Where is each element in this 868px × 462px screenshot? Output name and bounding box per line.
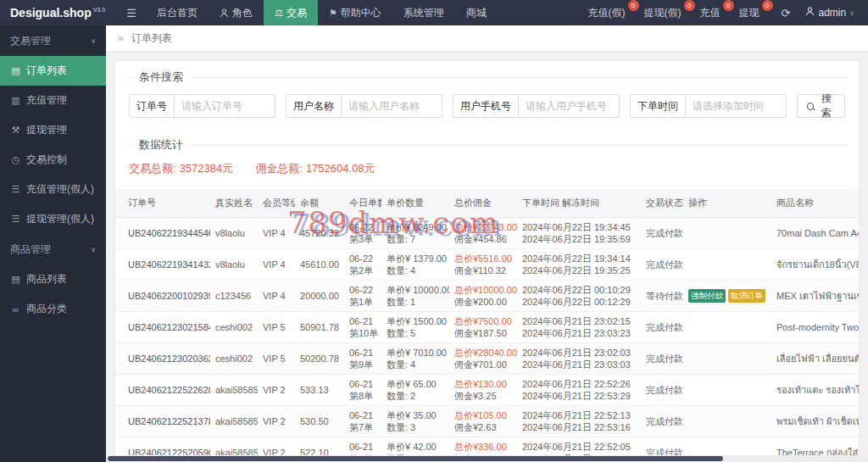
search-button[interactable]: 搜索 <box>797 94 845 118</box>
sidebar-item-goods-list[interactable]: ▤ 商品列表 <box>0 264 106 294</box>
cell-balance: 533.13 <box>295 375 344 406</box>
sidebar: 交易管理 ∨ ▤ 订单列表 ▥ 充值管理 ⚒ 提现管理 ◷ 交易控制 ☰ 充值管… <box>0 25 106 462</box>
cell-vip-level: VIP 2 <box>258 375 295 406</box>
search-row: 订单号 用户名称 用户手机号 下单时间 搜索 <box>127 85 847 129</box>
sidebar-item-goods-category[interactable]: ∞ 商品分类 <box>0 294 106 324</box>
control-icon: ◷ <box>10 154 21 165</box>
cell-actions <box>683 249 771 281</box>
order-list-card: 条件搜索 订单号 用户名称 用户手机号 下单时间 <box>114 60 860 461</box>
total-commission-stat: 佣金总额:1752604.08元 <box>255 161 375 176</box>
cell-unit-qty: 单价¥ 3249.00数量: 7 <box>381 218 449 249</box>
nav-item-roles[interactable]: 角色 <box>209 0 264 25</box>
nav-item-help-center[interactable]: ⚑ 帮助中心 <box>318 0 392 25</box>
cell-order-id: UB2406212252137898 <box>115 406 210 437</box>
sidebar-item-order-list[interactable]: ▤ 订单列表 <box>0 56 106 86</box>
hamburger-icon[interactable]: ☰ <box>117 7 146 19</box>
cell-order-id: UB2406212302158445 <box>115 312 210 343</box>
cell-status: 完成付款 <box>641 249 683 281</box>
chevron-down-icon: ∨ <box>849 9 854 17</box>
order-time-group: 下单时间 <box>630 94 787 118</box>
sidebar-item-withdraw[interactable]: ⚒ 提现管理 <box>0 115 106 145</box>
table-row: UB2406221934454633v8laoluVIP 445720.3206… <box>115 218 859 249</box>
cell-total-commission: 总价¥5516.00佣金¥110.32 <box>449 249 517 281</box>
cell-unit-qty: 单价¥ 1379.00数量: 4 <box>381 249 449 281</box>
nav-item-dashboard[interactable]: 后台首页 <box>146 0 209 25</box>
link-icon: ∞ <box>10 304 21 314</box>
nav-item-system[interactable]: 系统管理 <box>392 0 455 25</box>
sidebar-item-recharge-fake[interactable]: ☰ 充值管理(假人) <box>0 175 106 204</box>
sidebar-item-withdraw-fake[interactable]: ☰ 提现管理(假人) <box>0 204 106 234</box>
cell-real-name: c123456 <box>210 281 258 312</box>
cell-real-name: v8laolu <box>210 218 258 249</box>
sidebar-group-trade[interactable]: 交易管理 ∨ <box>0 25 106 56</box>
quick-recharge-fake[interactable]: 充值(假)0 <box>581 0 637 25</box>
app-version: V3.0 <box>93 7 105 13</box>
sidebar-item-recharge[interactable]: ▥ 充值管理 <box>0 86 106 115</box>
column-header: 商品名称 <box>771 189 859 218</box>
cell-real-name: akai585858 <box>210 375 258 406</box>
phone-input[interactable] <box>519 95 619 117</box>
scales-icon: ⚖ <box>275 0 283 25</box>
cell-unit-qty: 单价¥ 1500.00数量: 5 <box>381 312 449 343</box>
scrollbar-thumb[interactable] <box>108 456 723 461</box>
quick-recharge[interactable]: 充值0 <box>693 0 732 25</box>
chevron-down-icon: ∨ <box>91 246 96 253</box>
sidebar-item-trade-control[interactable]: ◷ 交易控制 <box>0 145 106 175</box>
topbar-right: 充值(假)0 提现(假)0 充值0 提现0 ⟳ admin ∨ <box>581 0 868 25</box>
cell-total-commission: 总价¥10000.00佣金¥200.00 <box>449 281 517 312</box>
cancel-order-button[interactable]: 取消订单 <box>728 289 765 303</box>
cell-actions <box>683 343 771 375</box>
cell-today-orders: 06-21第10单 <box>344 312 381 343</box>
cell-vip-level: VIP 5 <box>258 343 295 375</box>
orders-table-wrap: 订单号真实姓名会员等级余额今日单数单价数量总价佣金下单时间 解冻时间交易状态操作… <box>115 189 859 461</box>
badge-withdraw: 0 <box>762 0 773 11</box>
cell-balance: 530.50 <box>295 406 344 437</box>
refresh-icon[interactable]: ⟳ <box>771 7 801 19</box>
sidebar-group-goods[interactable]: 商品管理 ∨ <box>0 234 106 264</box>
cell-status: 等待付款 <box>641 281 683 312</box>
cell-balance: 45610.00 <box>295 249 344 281</box>
horizontal-scrollbar[interactable] <box>106 455 868 462</box>
cell-real-name: akai585858 <box>210 406 258 437</box>
cell-status: 完成付款 <box>641 406 683 437</box>
cell-times: 2024年06月21日 23:02:032024年06月21日 23:03:03 <box>517 343 641 375</box>
cell-times: 2024年06月21日 22:52:132024年06月21日 22:53:16 <box>517 406 641 437</box>
username-input[interactable] <box>342 95 442 117</box>
cell-product-name: เลื่อยไฟฟ้า เลื่อยยนต์ เครื่องเลื่อยยนต์… <box>771 343 859 375</box>
cell-unit-qty: 单价¥ 35.00数量: 3 <box>381 406 449 437</box>
person-icon <box>220 8 229 18</box>
username-label: 用户名称 <box>287 95 342 117</box>
admin-menu[interactable]: admin ∨ <box>800 7 860 19</box>
phone-group: 用户手机号 <box>453 94 620 118</box>
cell-real-name: ceshi002 <box>210 312 258 343</box>
order-no-input[interactable] <box>175 95 275 117</box>
cell-real-name: v8laolu <box>210 249 258 281</box>
cell-actions <box>683 375 771 406</box>
table-row: UB2406212302036210ceshi002VIP 550200.780… <box>115 343 859 375</box>
cell-status: 完成付款 <box>641 312 683 343</box>
quick-withdraw-fake[interactable]: 提现(假)0 <box>637 0 693 25</box>
cell-vip-level: VIP 2 <box>258 406 295 437</box>
table-row: UB2406212252262859akai585858VIP 2533.130… <box>115 375 859 406</box>
cell-order-id: UB2406221934143236 <box>115 249 210 281</box>
nav-item-trade[interactable]: ⚖ 交易 <box>264 0 318 25</box>
force-pay-button[interactable]: 强制付款 <box>688 289 726 303</box>
nav-item-mall[interactable]: 商城 <box>455 0 498 25</box>
cell-today-orders: 06-22第2单 <box>344 249 381 281</box>
cell-unit-qty: 单价¥ 10000.00数量: 1 <box>381 281 449 312</box>
flag-icon: ⚑ <box>329 0 337 25</box>
order-time-input[interactable] <box>686 95 786 117</box>
cell-status: 完成付款 <box>641 218 683 249</box>
cell-times: 2024年06月21日 23:02:152024年06月21日 23:03:23 <box>517 312 641 343</box>
breadcrumb-label: 订单列表 <box>131 32 172 44</box>
quick-withdraw[interactable]: 提现0 <box>732 0 771 25</box>
cell-order-id: UB2406221934454633 <box>115 218 210 249</box>
column-header: 今日单数 <box>344 189 381 218</box>
column-header: 余额 <box>295 189 344 218</box>
cell-total-commission: 总价¥28040.00佣金¥701.00 <box>449 343 517 375</box>
cell-order-id: UB2406212252262859 <box>115 375 210 406</box>
list-icon: ☰ <box>10 184 21 195</box>
app-logo: Desigual.shopV3.0 <box>0 6 117 19</box>
column-header: 订单号 <box>115 189 210 218</box>
withdraw-icon: ⚒ <box>10 125 21 136</box>
